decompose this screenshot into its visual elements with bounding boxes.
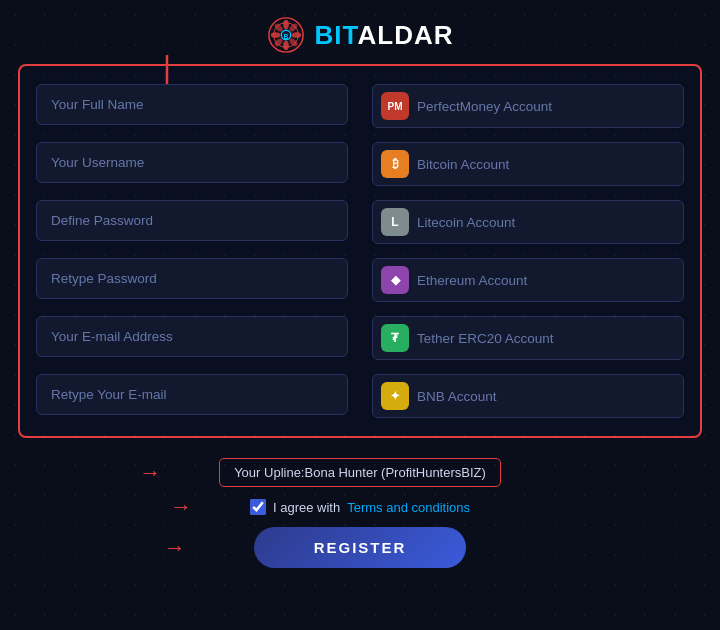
ltc-account-field: L	[372, 200, 684, 244]
eth-account-input[interactable]	[417, 273, 683, 288]
retype-email-input[interactable]	[36, 374, 348, 415]
svg-point-5	[291, 32, 301, 38]
svg-point-2	[283, 20, 289, 30]
bnb-account-input[interactable]	[417, 389, 683, 404]
btc-icon: ₿	[381, 150, 409, 178]
eth-icon: ◆	[381, 266, 409, 294]
page-header: B BITALDAR	[0, 0, 720, 64]
full-name-field	[36, 84, 348, 128]
bottom-section: → Your Upline:Bona Hunter (ProfitHunters…	[0, 458, 720, 588]
register-btn-wrapper: → REGISTER	[254, 527, 467, 568]
username-input[interactable]	[36, 142, 348, 183]
agree-checkbox[interactable]	[250, 499, 266, 515]
usdt-account-field: ₮	[372, 316, 684, 360]
agree-row: → I agree with Terms and conditions	[250, 499, 470, 515]
svg-point-4	[270, 32, 280, 38]
pm-account-input[interactable]	[417, 99, 683, 114]
agree-arrow: →	[170, 494, 192, 520]
email-input[interactable]	[36, 316, 348, 357]
username-field	[36, 142, 348, 186]
svg-point-3	[283, 41, 289, 51]
pm-icon: PM	[381, 92, 409, 120]
logo-icon: B	[267, 16, 305, 54]
retype-email-field	[36, 374, 348, 418]
terms-link[interactable]: Terms and conditions	[347, 500, 470, 515]
eth-account-field: ◆	[372, 258, 684, 302]
retype-password-input[interactable]	[36, 258, 348, 299]
upline-label: Your Upline:	[234, 465, 304, 480]
usdt-icon: ₮	[381, 324, 409, 352]
email-field	[36, 316, 348, 360]
pm-account-field: PM	[372, 84, 684, 128]
bnb-icon: ✦	[381, 382, 409, 410]
upline-value: Bona Hunter (ProfitHuntersBIZ)	[305, 465, 486, 480]
logo-text: BITALDAR	[315, 20, 454, 51]
password-input[interactable]	[36, 200, 348, 241]
btc-account-field: ₿	[372, 142, 684, 186]
svg-text:B: B	[283, 33, 288, 40]
password-field	[36, 200, 348, 244]
bnb-account-field: ✦	[372, 374, 684, 418]
upline-box: Your Upline:Bona Hunter (ProfitHuntersBI…	[219, 458, 501, 487]
registration-form: PM ₿ L ◆ ₮	[18, 64, 702, 438]
agree-text: I agree with	[273, 500, 340, 515]
register-arrow: →	[164, 535, 186, 561]
ltc-icon: L	[381, 208, 409, 236]
upline-arrow: →	[139, 460, 161, 486]
ltc-account-input[interactable]	[417, 215, 683, 230]
btc-account-input[interactable]	[417, 157, 683, 172]
register-button[interactable]: REGISTER	[254, 527, 467, 568]
retype-password-field	[36, 258, 348, 302]
full-name-input[interactable]	[36, 84, 348, 125]
usdt-account-input[interactable]	[417, 331, 683, 346]
